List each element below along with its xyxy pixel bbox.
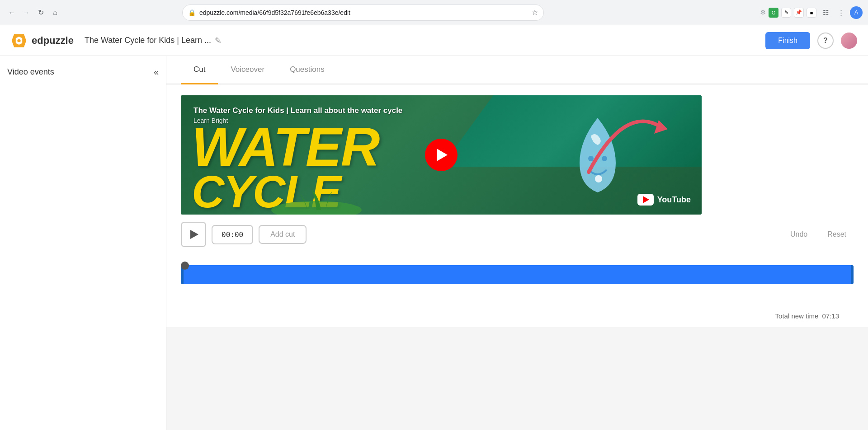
sidebar-title: Video events [7, 67, 54, 77]
timeline-right-border [851, 265, 854, 284]
play-button-overlay[interactable] [425, 139, 458, 171]
youtube-icon [637, 194, 654, 206]
tab-voiceover[interactable]: Voiceover [218, 56, 277, 84]
browser-chrome: ← → ↻ ⌂ 🔒 edpuzzle.com/media/66f9d5f32a7… [0, 0, 868, 25]
arrow-arc-decoration [575, 100, 675, 172]
right-content: Cut Voiceover Questions [166, 56, 868, 430]
app-container: edpuzzle The Water Cycle for Kids | Lear… [0, 25, 868, 430]
time-display: 00:00 [212, 225, 253, 244]
logo-icon [11, 33, 27, 49]
help-button[interactable]: ? [817, 33, 834, 49]
svg-marker-6 [654, 120, 668, 134]
total-time-label: Total new time [775, 312, 819, 320]
ext-pencil-icon[interactable]: ✎ [781, 8, 791, 18]
water-text: WATER [192, 122, 379, 171]
timeline-section [181, 254, 854, 308]
video-title-bar: The Water Cycle for Kids | Learn ... ✎ [85, 36, 222, 46]
youtube-play-icon [643, 196, 649, 203]
video-main-title: The Water Cycle for Kids | Learn all abo… [193, 106, 402, 115]
main-content: Video events « Cut Voiceover Questions [0, 56, 868, 430]
sidebar-header: Video events « [7, 67, 159, 77]
collapse-sidebar-button[interactable]: « [154, 67, 159, 77]
lock-icon: 🔒 [188, 9, 196, 16]
ext-puzzle-icon[interactable]: ■ [807, 8, 816, 18]
play-control-button[interactable] [181, 222, 206, 247]
video-section: The Water Cycle for Kids | Learn all abo… [166, 84, 868, 327]
play-control-icon [190, 230, 198, 239]
bookmark-icon[interactable]: ☆ [532, 8, 538, 17]
timeline-handle[interactable] [181, 262, 189, 270]
browser-profile-avatar[interactable]: A [850, 6, 863, 19]
arc-svg [575, 100, 675, 177]
tab-questions[interactable]: Questions [277, 56, 337, 84]
undo-button[interactable]: Undo [783, 226, 815, 243]
top-bar: edpuzzle The Water Cycle for Kids | Lear… [0, 25, 868, 56]
reload-button[interactable]: ↻ [34, 6, 47, 19]
ext-green-icon[interactable]: G [769, 8, 778, 18]
total-time-row: Total new time 07:13 [181, 308, 854, 327]
snowflake-icon[interactable]: ❄ [760, 8, 766, 17]
youtube-logo: YouTube [637, 194, 691, 206]
grass-decoration [271, 187, 362, 215]
address-bar[interactable]: 🔒 edpuzzle.com/media/66f9d5f32a7691fe6eb… [182, 5, 544, 21]
tab-strip-icon[interactable]: ☷ [819, 6, 832, 19]
top-bar-right: Finish ? [765, 32, 857, 49]
video-thumbnail[interactable]: The Water Cycle for Kids | Learn all abo… [181, 95, 702, 215]
url-text: edpuzzle.com/media/66f9d5f32a7691fe6eb6a… [199, 9, 528, 16]
video-title-label: The Water Cycle for Kids | Learn ... [85, 36, 211, 45]
timeline-track[interactable] [181, 265, 854, 301]
finish-button[interactable]: Finish [765, 32, 810, 49]
total-time-value: 07:13 [822, 312, 839, 320]
reset-button[interactable]: Reset [820, 226, 854, 243]
back-button[interactable]: ← [5, 6, 18, 19]
play-triangle-icon [437, 149, 448, 161]
logo-text: edpuzzle [32, 35, 74, 47]
tab-cut[interactable]: Cut [181, 56, 218, 84]
ext-pin-icon[interactable]: 📌 [794, 8, 804, 18]
youtube-text: YouTube [657, 195, 691, 205]
add-cut-button[interactable]: Add cut [259, 225, 307, 244]
controls-row: 00:00 Add cut Undo Reset [181, 215, 854, 254]
nav-buttons: ← → ↻ ⌂ [5, 6, 61, 19]
timeline-bar[interactable] [181, 265, 854, 284]
forward-button[interactable]: → [20, 6, 33, 19]
browser-actions: ❄ G ✎ 📌 ■ ☷ ⋮ A [760, 6, 863, 19]
profile-avatar[interactable] [841, 33, 857, 49]
home-button[interactable]: ⌂ [49, 6, 61, 19]
menu-button[interactable]: ⋮ [835, 6, 847, 19]
grass-svg [271, 187, 362, 215]
sidebar: Video events « [0, 56, 166, 430]
tabs-container: Cut Voiceover Questions [166, 56, 868, 84]
logo[interactable]: edpuzzle [11, 33, 74, 49]
edit-title-icon[interactable]: ✎ [215, 36, 222, 46]
